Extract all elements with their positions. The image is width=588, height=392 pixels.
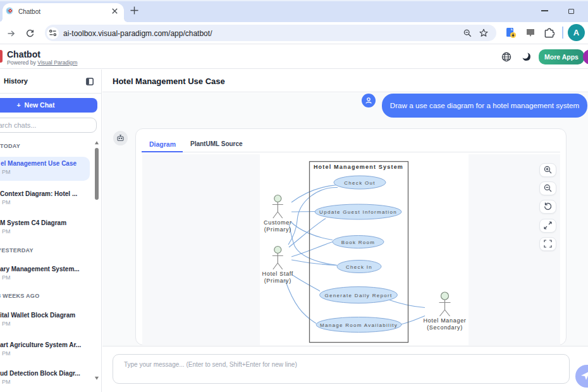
svg-text:Customer: Customer — [264, 219, 292, 226]
svg-text:Hotel Management System: Hotel Management System — [314, 164, 403, 170]
svg-text:Check Out: Check Out — [344, 180, 376, 186]
svg-text:Hotel Staff: Hotel Staff — [262, 271, 294, 277]
svg-text:(Primary): (Primary) — [264, 278, 291, 284]
svg-text:Generate Daily Report: Generate Daily Report — [325, 293, 393, 298]
svg-text:Manage Room Availability: Manage Room Availability — [320, 322, 398, 328]
svg-text:Hotel Manager: Hotel Manager — [423, 317, 466, 324]
svg-text:Book Room: Book Room — [341, 240, 376, 245]
svg-text:Update Guest Information: Update Guest Information — [319, 209, 397, 215]
svg-text:(Primary): (Primary) — [264, 226, 291, 233]
svg-text:Check In: Check In — [346, 264, 372, 270]
svg-text:(Secondary): (Secondary) — [427, 324, 463, 331]
